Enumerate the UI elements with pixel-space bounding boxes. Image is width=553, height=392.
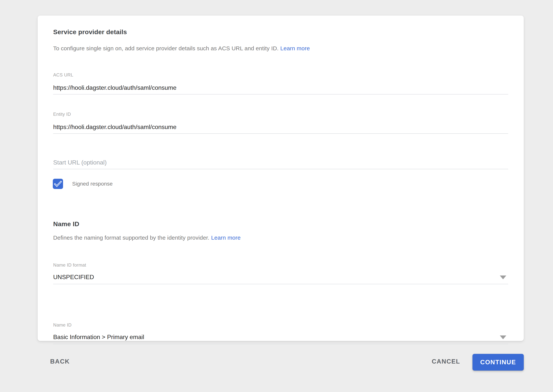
signed-response-label: Signed response (72, 181, 113, 187)
name-id-value: Basic Information > Primary email (53, 333, 508, 344)
chevron-down-icon (500, 336, 506, 339)
name-id-section-title: Name ID (53, 219, 508, 228)
start-url-input[interactable] (53, 158, 508, 169)
signed-response-row: Signed response (53, 178, 508, 189)
signed-response-checkbox[interactable] (53, 179, 63, 189)
continue-button[interactable]: CONTINUE (473, 354, 524, 371)
name-id-format-label: Name ID format (53, 262, 508, 268)
entity-id-input[interactable] (53, 123, 508, 134)
service-provider-card: Service provider details To configure si… (38, 15, 524, 341)
name-id-format-select[interactable]: Name ID format UNSPECIFIED (53, 262, 508, 284)
name-id-format-value: UNSPECIFIED (53, 273, 508, 284)
name-id-section-description: Defines the naming format supported by t… (53, 233, 508, 242)
start-url-field-group (53, 158, 508, 169)
checkmark-icon (53, 179, 63, 189)
service-provider-learn-more-link[interactable]: Learn more (280, 45, 310, 51)
acs-url-label: ACS URL (53, 72, 508, 78)
cancel-button[interactable]: CANCEL (427, 356, 465, 367)
name-id-learn-more-link[interactable]: Learn more (211, 235, 241, 241)
acs-url-input[interactable] (53, 84, 508, 94)
chevron-down-icon (500, 275, 506, 279)
entity-id-label: Entity ID (53, 111, 508, 117)
page: Service provider details To configure si… (0, 0, 553, 392)
acs-url-field-group: ACS URL (53, 72, 508, 94)
back-button[interactable]: BACK (45, 356, 75, 367)
service-provider-title: Service provider details (53, 27, 508, 36)
name-id-select[interactable]: Name ID Basic Information > Primary emai… (53, 322, 508, 344)
entity-id-field-group: Entity ID (53, 111, 508, 134)
service-provider-description-text: To configure single sign on, add service… (53, 45, 279, 51)
name-id-label: Name ID (53, 322, 508, 328)
service-provider-description: To configure single sign on, add service… (53, 44, 508, 53)
name-id-description-text: Defines the naming format supported by t… (53, 235, 209, 241)
